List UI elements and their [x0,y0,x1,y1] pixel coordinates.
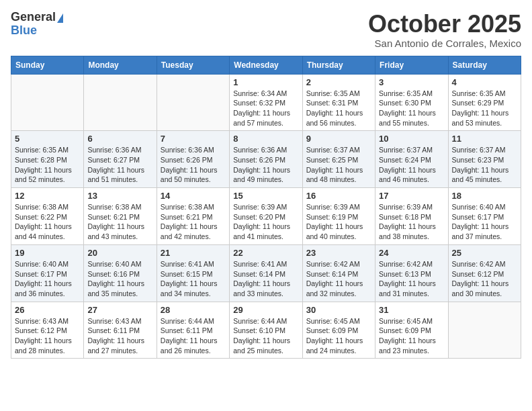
month-title: October 2025 [368,11,521,38]
day-info: Sunrise: 6:43 AM Sunset: 6:12 PM Dayligh… [15,316,80,356]
calendar-cell: 30Sunrise: 6:45 AM Sunset: 6:09 PM Dayli… [302,302,375,359]
calendar-cell: 9Sunrise: 6:37 AM Sunset: 6:25 PM Daylig… [302,131,375,188]
day-info: Sunrise: 6:45 AM Sunset: 6:09 PM Dayligh… [379,316,444,356]
weekday-header: Friday [375,56,448,74]
logo: General Blue [11,11,63,38]
day-number: 21 [161,248,226,258]
calendar-week-row: 19Sunrise: 6:40 AM Sunset: 6:17 PM Dayli… [11,244,521,302]
calendar-cell: 5Sunrise: 6:35 AM Sunset: 6:28 PM Daylig… [11,131,84,188]
calendar-week-row: 1Sunrise: 6:34 AM Sunset: 6:32 PM Daylig… [11,74,521,131]
day-number: 4 [452,77,517,87]
day-number: 29 [233,305,298,315]
weekday-header-row: SundayMondayTuesdayWednesdayThursdayFrid… [11,56,521,74]
calendar-cell: 6Sunrise: 6:36 AM Sunset: 6:27 PM Daylig… [84,131,157,188]
day-number: 31 [379,305,444,315]
day-number: 22 [233,248,298,258]
logo-general-text: General [11,10,56,24]
day-info: Sunrise: 6:38 AM Sunset: 6:21 PM Dayligh… [161,202,226,242]
calendar-cell: 20Sunrise: 6:40 AM Sunset: 6:16 PM Dayli… [84,244,157,302]
day-info: Sunrise: 6:37 AM Sunset: 6:25 PM Dayligh… [306,145,371,185]
day-info: Sunrise: 6:36 AM Sunset: 6:26 PM Dayligh… [233,145,298,185]
day-info: Sunrise: 6:37 AM Sunset: 6:24 PM Dayligh… [379,145,444,185]
day-info: Sunrise: 6:43 AM Sunset: 6:11 PM Dayligh… [87,316,152,356]
calendar-cell: 10Sunrise: 6:37 AM Sunset: 6:24 PM Dayli… [375,131,448,188]
page-header: General Blue October 2025 San Antonio de… [11,11,521,49]
day-number: 9 [306,134,371,144]
day-info: Sunrise: 6:41 AM Sunset: 6:15 PM Dayligh… [161,259,226,299]
calendar-cell: 13Sunrise: 6:38 AM Sunset: 6:21 PM Dayli… [84,188,157,245]
calendar-cell: 24Sunrise: 6:42 AM Sunset: 6:13 PM Dayli… [375,244,448,302]
calendar-cell: 17Sunrise: 6:39 AM Sunset: 6:18 PM Dayli… [375,188,448,245]
day-number: 8 [233,134,298,144]
calendar-week-row: 12Sunrise: 6:38 AM Sunset: 6:22 PM Dayli… [11,188,521,245]
calendar-cell: 11Sunrise: 6:37 AM Sunset: 6:23 PM Dayli… [448,131,521,188]
day-info: Sunrise: 6:40 AM Sunset: 6:17 PM Dayligh… [15,259,80,299]
day-info: Sunrise: 6:37 AM Sunset: 6:23 PM Dayligh… [452,145,517,185]
calendar-cell: 27Sunrise: 6:43 AM Sunset: 6:11 PM Dayli… [84,302,157,359]
day-number: 7 [161,134,226,144]
title-block: October 2025 San Antonio de Corrales, Me… [368,11,521,49]
weekday-header: Thursday [302,56,375,74]
location-text: San Antonio de Corrales, Mexico [368,38,521,49]
day-number: 19 [15,248,80,258]
day-info: Sunrise: 6:35 AM Sunset: 6:31 PM Dayligh… [306,89,371,128]
day-number: 6 [87,134,152,144]
calendar-cell [448,302,521,359]
day-number: 11 [452,134,517,144]
day-number: 18 [452,191,517,201]
day-info: Sunrise: 6:38 AM Sunset: 6:21 PM Dayligh… [87,202,152,242]
weekday-header: Sunday [11,56,84,74]
calendar-cell: 23Sunrise: 6:42 AM Sunset: 6:14 PM Dayli… [302,244,375,302]
calendar-cell: 16Sunrise: 6:39 AM Sunset: 6:19 PM Dayli… [302,188,375,245]
logo-top: General [11,11,63,24]
day-info: Sunrise: 6:40 AM Sunset: 6:17 PM Dayligh… [452,202,517,242]
calendar-cell: 21Sunrise: 6:41 AM Sunset: 6:15 PM Dayli… [157,244,229,302]
calendar-cell: 1Sunrise: 6:34 AM Sunset: 6:32 PM Daylig… [230,74,302,131]
calendar-cell: 22Sunrise: 6:41 AM Sunset: 6:14 PM Dayli… [230,244,302,302]
calendar-cell: 15Sunrise: 6:39 AM Sunset: 6:20 PM Dayli… [230,188,302,245]
weekday-header: Monday [84,56,157,74]
day-info: Sunrise: 6:42 AM Sunset: 6:14 PM Dayligh… [306,259,371,299]
day-number: 23 [306,248,371,258]
calendar-week-row: 26Sunrise: 6:43 AM Sunset: 6:12 PM Dayli… [11,302,521,359]
day-number: 24 [379,248,444,258]
calendar-cell: 29Sunrise: 6:44 AM Sunset: 6:10 PM Dayli… [230,302,302,359]
calendar-cell: 4Sunrise: 6:35 AM Sunset: 6:29 PM Daylig… [448,74,521,131]
day-info: Sunrise: 6:40 AM Sunset: 6:16 PM Dayligh… [87,259,152,299]
calendar-cell [84,74,157,131]
logo-triangle-icon [57,13,63,23]
day-info: Sunrise: 6:39 AM Sunset: 6:18 PM Dayligh… [379,202,444,242]
calendar-cell: 31Sunrise: 6:45 AM Sunset: 6:09 PM Dayli… [375,302,448,359]
day-number: 14 [161,191,226,201]
day-info: Sunrise: 6:41 AM Sunset: 6:14 PM Dayligh… [233,259,298,299]
day-info: Sunrise: 6:44 AM Sunset: 6:11 PM Dayligh… [161,316,226,356]
day-info: Sunrise: 6:45 AM Sunset: 6:09 PM Dayligh… [306,316,371,356]
day-info: Sunrise: 6:35 AM Sunset: 6:30 PM Dayligh… [379,89,444,128]
calendar-cell [157,74,229,131]
calendar-cell [11,74,84,131]
weekday-header: Tuesday [157,56,229,74]
day-info: Sunrise: 6:38 AM Sunset: 6:22 PM Dayligh… [15,202,80,242]
calendar-cell: 3Sunrise: 6:35 AM Sunset: 6:30 PM Daylig… [375,74,448,131]
calendar-cell: 26Sunrise: 6:43 AM Sunset: 6:12 PM Dayli… [11,302,84,359]
day-number: 25 [452,248,517,258]
day-number: 20 [87,248,152,258]
calendar-week-row: 5Sunrise: 6:35 AM Sunset: 6:28 PM Daylig… [11,131,521,188]
day-info: Sunrise: 6:35 AM Sunset: 6:28 PM Dayligh… [15,145,80,185]
day-number: 12 [15,191,80,201]
day-number: 17 [379,191,444,201]
day-number: 3 [379,77,444,87]
day-number: 30 [306,305,371,315]
day-number: 16 [306,191,371,201]
day-info: Sunrise: 6:35 AM Sunset: 6:29 PM Dayligh… [452,89,517,128]
day-info: Sunrise: 6:36 AM Sunset: 6:27 PM Dayligh… [87,145,152,185]
calendar-table: SundayMondayTuesdayWednesdayThursdayFrid… [11,56,521,359]
logo-blue-text: Blue [11,24,63,38]
day-info: Sunrise: 6:42 AM Sunset: 6:12 PM Dayligh… [452,259,517,299]
day-number: 15 [233,191,298,201]
day-number: 13 [87,191,152,201]
calendar-cell: 12Sunrise: 6:38 AM Sunset: 6:22 PM Dayli… [11,188,84,245]
day-number: 27 [87,305,152,315]
weekday-header: Saturday [448,56,521,74]
day-info: Sunrise: 6:36 AM Sunset: 6:26 PM Dayligh… [161,145,226,185]
